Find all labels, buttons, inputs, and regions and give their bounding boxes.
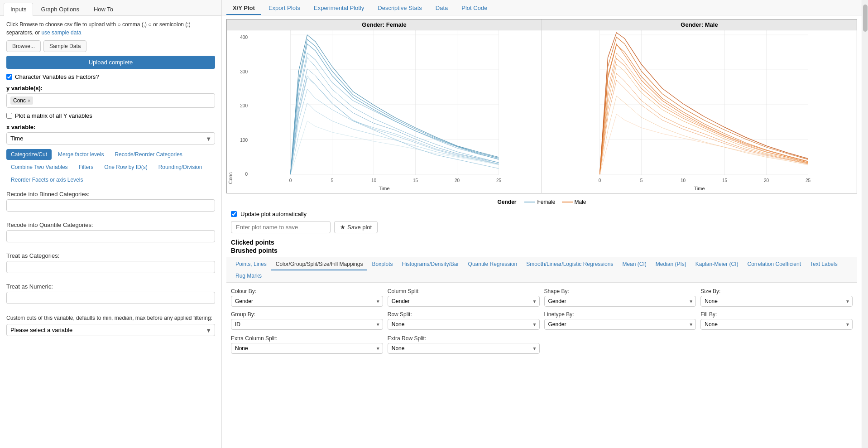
y-variable-label: y variable(s):: [6, 85, 215, 92]
size-by-select[interactable]: None: [700, 296, 853, 307]
extra-column-split-select[interactable]: None: [231, 343, 383, 354]
y-axis-label-female: Conc: [227, 30, 234, 186]
combine-two-button[interactable]: Combine Two Variables: [6, 162, 72, 173]
recode-button[interactable]: Recode/Reorder Categories: [110, 149, 187, 160]
svg-text:20: 20: [455, 178, 460, 183]
lower-tab-text-labels[interactable]: Text Labels: [806, 259, 842, 270]
fill-by-select[interactable]: None: [700, 319, 853, 330]
right-tabs: X/Y Plot Export Plots Experimental Plotl…: [222, 0, 862, 15]
recode-quantile-input[interactable]: [6, 230, 215, 242]
column-split-select[interactable]: Gender: [388, 296, 540, 307]
tab-descriptive-stats[interactable]: Descriptive Stats: [371, 2, 428, 15]
chart-male: Gender: Male: [542, 19, 857, 193]
select-variable-select[interactable]: Please select a variable: [6, 324, 215, 336]
y-axis-ticks-female: 400 300 200 100 0: [234, 30, 248, 186]
lower-tab-correlation[interactable]: Correlation Coefficient: [743, 259, 806, 270]
svg-text:10: 10: [371, 178, 377, 183]
rounding-button[interactable]: Rounding/Division: [154, 162, 207, 173]
x-variable-wrapper: Time ▼: [6, 132, 215, 145]
reorder-facets-button[interactable]: Reorder Facets or axis Levels: [6, 174, 87, 185]
save-plot-button[interactable]: ★ Save plot: [334, 221, 378, 233]
x-variable-label: x variable:: [6, 124, 215, 130]
lower-tab-kaplan[interactable]: Kaplan-Meier (CI): [691, 259, 743, 270]
size-by-label: Size By:: [700, 288, 853, 294]
tab-graph-options[interactable]: Graph Options: [34, 3, 86, 15]
tab-data[interactable]: Data: [429, 2, 454, 15]
categorize-cut-button[interactable]: Categorize/Cut: [6, 149, 52, 160]
colour-by-field: Colour By: Gender ▼: [231, 288, 383, 307]
svg-text:10: 10: [681, 178, 686, 183]
one-row-button[interactable]: One Row by ID(s): [100, 162, 152, 173]
tab-inputs[interactable]: Inputs: [4, 3, 33, 16]
scrollbar-thumb[interactable]: [863, 5, 868, 32]
svg-text:5: 5: [640, 178, 643, 183]
y-variable-input[interactable]: Conc ×: [6, 93, 215, 108]
plot-matrix-row: Plot a matrix of all Y variables: [6, 112, 215, 119]
recode-binned-input[interactable]: [6, 199, 215, 212]
info-text: Click Browse to choose csv file to uploa…: [6, 20, 215, 37]
column-split-label: Column Split:: [388, 288, 540, 294]
row-split-field: Row Split: None ▼: [388, 311, 540, 330]
lower-tab-quantile[interactable]: Quantile Regression: [464, 259, 522, 270]
x-axis-label-female: Time: [227, 186, 542, 193]
svg-text:5: 5: [331, 178, 334, 183]
group-by-select[interactable]: ID: [231, 319, 383, 330]
row-split-select[interactable]: None: [388, 319, 540, 330]
fill-by-label: Fill By:: [700, 311, 853, 318]
lower-tab-smooth[interactable]: Smooth/Linear/Logistic Regressions: [522, 259, 618, 270]
browse-button[interactable]: Browse...: [6, 40, 41, 52]
y-variable-tag: Conc ×: [10, 96, 33, 105]
scrollbar[interactable]: [862, 0, 868, 448]
lower-tab-median[interactable]: Median (PIs): [651, 259, 691, 270]
char-vars-checkbox[interactable]: [6, 74, 12, 80]
svg-text:25: 25: [496, 178, 502, 183]
chart-female: Gender: Female Conc 400 300 200 100 0: [227, 19, 542, 193]
svg-text:0: 0: [289, 178, 292, 183]
lower-tab-color-group[interactable]: Color/Group/Split/Size/Fill Mappings: [271, 259, 368, 270]
linetype-by-select[interactable]: Gender: [544, 319, 696, 330]
lower-tab-histograms[interactable]: Histograms/Density/Bar: [398, 259, 464, 270]
y-variable-tag-remove[interactable]: ×: [28, 98, 30, 103]
update-plot-row: Update plot automatically: [226, 208, 857, 220]
legend-line-male-icon: [562, 201, 573, 203]
tab-xy-plot[interactable]: X/Y Plot: [226, 2, 261, 15]
extra-column-split-wrapper: None ▼: [231, 343, 383, 354]
extra-column-split-field: Extra Column Split: None ▼: [231, 335, 383, 354]
lower-tab-boxplots[interactable]: Boxplots: [367, 259, 397, 270]
colour-by-wrapper: Gender ▼: [231, 296, 383, 307]
action-buttons-row1: Categorize/Cut Merge factor levels Recod…: [6, 149, 215, 160]
shape-by-select[interactable]: Gender: [544, 296, 696, 307]
male-chart-svg: 0 5 10 15 20 25: [551, 30, 857, 184]
lower-tab-rug-marks[interactable]: Rug Marks: [231, 270, 266, 282]
filters-button[interactable]: Filters: [74, 162, 98, 173]
star-icon: ★: [340, 224, 345, 231]
lower-tab-points-lines[interactable]: Points, Lines: [231, 259, 271, 270]
tab-experimental-plotly[interactable]: Experimental Plotly: [307, 2, 370, 15]
size-by-field: Size By: None ▼: [700, 288, 853, 307]
svg-text:15: 15: [413, 178, 418, 183]
plot-matrix-checkbox[interactable]: [6, 113, 12, 119]
treat-categories-input[interactable]: [6, 261, 215, 273]
reorder-facets-row: Reorder Facets or axis Levels: [6, 174, 215, 185]
plot-matrix-label: Plot a matrix of all Y variables: [15, 112, 92, 119]
lower-tab-mean[interactable]: Mean (CI): [618, 259, 651, 270]
update-plot-checkbox[interactable]: [231, 211, 237, 217]
sample-data-link[interactable]: use sample data: [41, 29, 81, 36]
sample-data-button[interactable]: Sample Data: [43, 40, 86, 52]
extra-row-split-label: Extra Row Split:: [388, 335, 540, 342]
chart-male-title: Gender: Male: [542, 19, 857, 30]
save-plot-input[interactable]: [231, 221, 331, 233]
treat-numeric-label: Treat as Numeric:: [6, 283, 215, 290]
colour-by-select[interactable]: Gender: [231, 296, 383, 307]
chart-svg-male: 0 5 10 15 20 25: [551, 30, 857, 186]
extra-row-split-select[interactable]: None: [388, 343, 540, 354]
treat-numeric-input[interactable]: [6, 292, 215, 304]
tab-export-plots[interactable]: Export Plots: [262, 2, 307, 15]
x-variable-select[interactable]: Time: [6, 132, 215, 145]
merge-factor-button[interactable]: Merge factor levels: [53, 149, 108, 160]
group-by-field: Group By: ID ▼: [231, 311, 383, 330]
extra-splits-grid: Extra Column Split: None ▼ Extra Row Spl…: [226, 332, 857, 359]
tab-how-to[interactable]: How To: [87, 3, 120, 15]
tab-plot-code[interactable]: Plot Code: [455, 2, 494, 15]
legend-label-female: Female: [537, 199, 555, 205]
